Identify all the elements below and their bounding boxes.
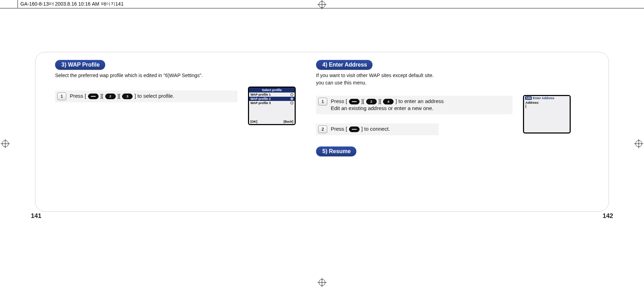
text-frag: ][ xyxy=(378,98,381,104)
phone-title: Select profile xyxy=(249,88,295,93)
text-frag: Press [ xyxy=(331,98,347,104)
section-heading-wap-profile: 3) WAP Profile xyxy=(55,60,105,70)
step-2-text: Press [ ] to connect. xyxy=(331,125,390,132)
profile-label: WAP profile 1 xyxy=(250,93,271,96)
profile-row-3: WAP profile 3 xyxy=(249,101,295,105)
softkey-left: [OK] xyxy=(250,120,257,123)
step-badge-2: 2 xyxy=(318,125,327,133)
numpad-2-key-icon: 2 xyxy=(105,94,116,99)
profile-label: WAP profile 2 xyxy=(250,97,271,101)
phone-screenshot-select-profile: Select profile WAP profile 1 WAP profile… xyxy=(248,87,296,125)
right-column: 4) Enter Address If you want to visit ot… xyxy=(316,60,583,156)
numpad-3-key-icon: 3 xyxy=(122,94,133,99)
section-heading-text: 3) WAP Profile xyxy=(61,62,100,68)
step-1-row: 1 Press [ ][ 2 ][ 4 ] to enter an addres… xyxy=(316,96,512,114)
text-frag: Press [ xyxy=(331,126,347,132)
step-1-text: Press [ ][ 2 ][ 3 ] to select profile. xyxy=(70,93,174,100)
phone-screen-title: Enter Address xyxy=(533,96,554,100)
registration-mark-bottom xyxy=(317,278,327,287)
section-description: Select the preferred wap profile which i… xyxy=(55,72,308,79)
phone-body: Address: [ xyxy=(524,100,570,123)
step-1-text: Press [ ][ 2 ][ 4 ] to enter an address … xyxy=(331,98,444,112)
section-description-line2: you can use this menu. xyxy=(316,79,583,87)
radio-icon xyxy=(290,102,293,104)
status-battery: 100 xyxy=(525,96,532,100)
numpad-2-key-icon: 2 xyxy=(366,99,377,104)
text-frag: ] to enter an address xyxy=(395,98,444,104)
page-number-right: 142 xyxy=(603,212,613,220)
step-2-row: 2 Press [ ] to connect. xyxy=(316,123,439,135)
phone-screenshot-enter-address: 100 Enter Address Address: [ xyxy=(523,95,571,134)
menu-key-icon xyxy=(349,99,360,104)
profile-row-2-selected: WAP profile 2 xyxy=(249,97,295,101)
page-number-left: 141 xyxy=(31,212,41,220)
radio-icon xyxy=(290,93,293,96)
section-heading-text: 5) Resume xyxy=(322,148,351,155)
text-frag: ] to select profile. xyxy=(134,93,174,99)
phone-softkeys: [OK] [Back] xyxy=(249,119,295,124)
step-badge-1: 1 xyxy=(318,98,327,105)
menu-key-icon xyxy=(349,127,360,132)
registration-mark-right xyxy=(634,139,643,148)
profile-label: WAP profile 3 xyxy=(250,101,271,105)
text-frag: ] to connect. xyxy=(361,126,390,132)
registration-mark-top xyxy=(317,0,327,9)
registration-mark-left xyxy=(1,139,10,148)
text-frag: ][ xyxy=(361,98,364,104)
text-frag: Edit an existing address or enter a new … xyxy=(331,105,434,111)
section-heading-enter-address: 4) Enter Address xyxy=(316,60,373,70)
address-input-bracket: [ xyxy=(525,104,568,108)
profile-row-1: WAP profile 1 xyxy=(249,93,295,97)
step-badge-1: 1 xyxy=(57,93,66,100)
section-description-line1: If you want to visit other WAP sites exc… xyxy=(316,72,583,79)
softkey-right: [Back] xyxy=(283,120,293,123)
left-column: 3) WAP Profile Select the preferred wap … xyxy=(55,60,308,102)
section-heading-resume: 5) Resume xyxy=(316,146,356,156)
section-heading-text: 4) Enter Address xyxy=(322,62,367,68)
header-tick xyxy=(18,0,18,8)
numpad-4-key-icon: 4 xyxy=(383,99,394,104)
text-frag: ][ xyxy=(118,93,120,99)
menu-key-icon xyxy=(88,94,99,99)
phone-status-bar: 100 Enter Address xyxy=(524,96,570,100)
text-frag: Press [ xyxy=(70,93,86,99)
text-frag: ][ xyxy=(100,93,103,99)
header-filename: GA-160-8-13떠 2003.8.16 10:16 AM 페이지1… xyxy=(20,1,123,7)
address-label: Address: xyxy=(525,101,568,104)
manual-page-frame: 3) WAP Profile Select the preferred wap … xyxy=(35,52,609,212)
radio-icon-selected xyxy=(290,97,293,100)
step-1-row: 1 Press [ ][ 2 ][ 3 ] to select profile. xyxy=(55,90,237,102)
